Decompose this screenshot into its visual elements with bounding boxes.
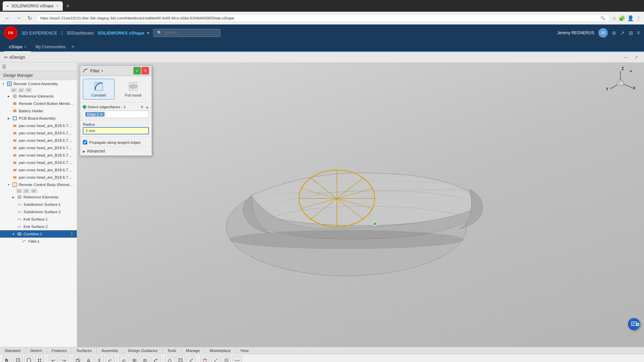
- sidebar-item-pcb[interactable]: ▶ PCB Board Assembly: [0, 115, 77, 122]
- brand-dropdown-arrow[interactable]: ▾: [147, 30, 149, 36]
- settings-icon[interactable]: ⋮: [636, 15, 641, 21]
- header-icon-3[interactable]: ⊞: [629, 30, 633, 36]
- header-icon-2[interactable]: ↗: [620, 30, 625, 36]
- sidebar-item-pan5[interactable]: ▶ pan cross head_am_B18.6.7M - ...: [0, 152, 77, 159]
- sidebar-item-ref-1[interactable]: ▶ Reference Elements: [0, 93, 77, 100]
- sidebar-item-pan1[interactable]: ▶ pan cross head_am_B18.6.7M - ...: [0, 122, 77, 129]
- tool-select-btn[interactable]: [3, 356, 12, 362]
- reload-btn[interactable]: ↻: [25, 14, 34, 23]
- viewport[interactable]: Z X Y ◀: [77, 63, 644, 347]
- fillet-type-constant-btn[interactable]: Constant: [83, 79, 115, 100]
- toolbar-tab-design-guidance[interactable]: Design Guidance: [123, 347, 163, 354]
- header-icon-1[interactable]: ⊕: [612, 30, 616, 36]
- yz-btn-1[interactable]: yz: [18, 88, 24, 92]
- tool-extrude-btn[interactable]: [84, 356, 93, 362]
- edges-clear-btn[interactable]: ✕: [140, 105, 144, 109]
- tool-shell-btn[interactable]: [176, 356, 185, 362]
- expand-button-membrane[interactable]: ▶: [7, 102, 11, 106]
- new-tab-btn[interactable]: +: [66, 3, 69, 9]
- sidebar-item-combine-1[interactable]: ▼ Combine.1 ⋮: [0, 230, 77, 238]
- sidebar-item-pan8[interactable]: ▶ pan cross head_am_B18.6.7M - ...: [0, 174, 77, 181]
- tool-cube-btn[interactable]: [73, 356, 83, 362]
- tool-revolve-btn[interactable]: [95, 356, 104, 362]
- zx-btn-1[interactable]: zx: [25, 88, 32, 92]
- edge-input-field[interactable]: Edge.1 ✕: [83, 111, 149, 118]
- tool-sweep-btn[interactable]: [105, 356, 115, 362]
- fillet-dropdown-arrow[interactable]: ▾: [101, 69, 103, 73]
- add-tab-btn[interactable]: +: [70, 43, 76, 51]
- sidebar-item-battery-holder[interactable]: ▶ Battery Holder: [0, 107, 77, 115]
- sidebar-item-ref-2[interactable]: ▶ Reference Elements: [0, 193, 77, 201]
- toolbar-tab-tools[interactable]: Tools: [163, 347, 181, 354]
- sidebar-item-pan3[interactable]: ▶ pan cross head_am_B18.6.7M - ...: [0, 137, 77, 144]
- tool-ribrib-btn[interactable]: [186, 356, 196, 362]
- zx-btn-2[interactable]: zx: [31, 189, 37, 193]
- bookmark-icon[interactable]: ☆: [612, 15, 616, 21]
- toolbar-tab-manage[interactable]: Manage: [181, 347, 205, 354]
- tool-redo-btn[interactable]: ↪: [59, 356, 69, 362]
- sidebar-item-knit-2[interactable]: ▶ Knit Surface.2: [0, 223, 77, 230]
- toolbar-tab-assembly[interactable]: Assembly: [97, 347, 123, 354]
- fillet-type-fullround-btn[interactable]: Full round: [117, 79, 149, 100]
- sidebar-item-subdivision-1[interactable]: ▶ Subdivision Surface.1: [0, 201, 77, 208]
- header-search[interactable]: 🔍: [153, 29, 220, 37]
- xy-btn-1[interactable]: xy: [11, 88, 17, 92]
- sidebar-item-button-membrane[interactable]: ▶ Remote Control Button Membra...: [0, 100, 77, 107]
- tool-draft-btn[interactable]: [165, 356, 174, 362]
- sidebar-icon-1[interactable]: ☰: [2, 64, 6, 69]
- sidebar-item-pan6[interactable]: ▶ pan cross head_am_B18.6.7M - ...: [0, 159, 77, 166]
- expand-ref-1[interactable]: ▶: [7, 94, 11, 98]
- expand-combine[interactable]: ▼: [11, 232, 15, 236]
- tool-surface-btn[interactable]: [119, 356, 128, 362]
- fillet-ok-btn[interactable]: ✓: [133, 67, 141, 74]
- sidebar-item-knit-1[interactable]: ▶ Knit Surface.1: [0, 216, 77, 223]
- address-bar[interactable]: https://euw1-21swi10131-ifwe.3dx-staging…: [36, 14, 610, 22]
- tool-feature-btn[interactable]: [13, 356, 23, 362]
- user-avatar[interactable]: JR: [598, 28, 608, 38]
- sidebar-item-remote-body[interactable]: ▼ Remote Control Body (Remote....: [0, 181, 77, 188]
- tool-extra-btn[interactable]: ⋯: [232, 356, 242, 362]
- profile-icon[interactable]: 👤: [627, 15, 634, 21]
- sidebar-item-pan2[interactable]: ▶ pan cross head_am_B18.6.7M - ...: [0, 129, 77, 137]
- radius-input[interactable]: [83, 127, 149, 134]
- expand-remote-body[interactable]: ▼: [7, 183, 11, 187]
- active-tab[interactable]: ● SOLIDWORKS xShape ✕: [3, 1, 63, 11]
- xshape-tab[interactable]: xShape ▾: [4, 43, 31, 52]
- toolbar-tab-surfaces[interactable]: Surfaces: [72, 347, 97, 354]
- tool-mirror-btn[interactable]: [130, 356, 139, 362]
- edges-collapse-btn[interactable]: ▲: [146, 105, 149, 109]
- sidebar-item-fillet-1[interactable]: ▶ Fillet.1: [0, 238, 77, 245]
- fillet-cancel-btn[interactable]: ✕: [142, 67, 149, 74]
- xshape-tab-arrow[interactable]: ▾: [24, 45, 26, 49]
- advanced-row[interactable]: ▶ Advanced: [80, 147, 152, 156]
- xdesign-minimize-btn[interactable]: —: [622, 54, 630, 60]
- xy-btn-2[interactable]: xy: [16, 189, 22, 193]
- combine-1-menu[interactable]: ⋮: [69, 231, 74, 237]
- edge-tag-remove-btn[interactable]: ✕: [100, 113, 103, 116]
- toolbar-tab-sketch[interactable]: Sketch: [25, 347, 47, 354]
- sidebar-item-pan7[interactable]: ▶ pan cross head_am_B18.6.7M - ...: [0, 166, 77, 174]
- search-input[interactable]: [164, 31, 217, 35]
- sidebar-item-remote-assembly[interactable]: ▼ Remote Control Assembly: [0, 80, 77, 87]
- tool-measure-btn[interactable]: [211, 356, 220, 362]
- expand-icon-assembly[interactable]: ▼: [1, 82, 5, 86]
- tool-pattern-btn[interactable]: [35, 356, 44, 362]
- tool-combine-btn[interactable]: [141, 356, 150, 362]
- sidebar-item-subdivision-2[interactable]: ▶ Subdivision Surface.2: [0, 208, 77, 216]
- tool-sketch-btn[interactable]: [24, 356, 34, 362]
- header-icon-4[interactable]: ≡: [637, 30, 640, 36]
- tab-close-btn[interactable]: ✕: [56, 4, 59, 8]
- yz-btn-2[interactable]: yz: [23, 189, 30, 193]
- toolbar-tab-standard[interactable]: Standard: [0, 347, 25, 354]
- propagate-checkbox[interactable]: [83, 140, 87, 144]
- tool-undo-btn[interactable]: ↩: [49, 356, 58, 362]
- forward-btn[interactable]: →: [14, 14, 23, 22]
- xdesign-popout-btn[interactable]: ⤢: [633, 54, 640, 60]
- tool-fillet-btn[interactable]: [151, 356, 161, 362]
- communities-tab[interactable]: My Communities: [31, 43, 70, 52]
- toolbar-tab-view[interactable]: View: [236, 347, 254, 354]
- extensions-icon[interactable]: 🧩: [619, 15, 625, 21]
- expand-pcb[interactable]: ▶: [7, 116, 11, 120]
- sidebar-item-pan4[interactable]: ▶ pan cross head_am_B18.6.7M - ...: [0, 144, 77, 152]
- tool-properties-btn[interactable]: [222, 356, 231, 362]
